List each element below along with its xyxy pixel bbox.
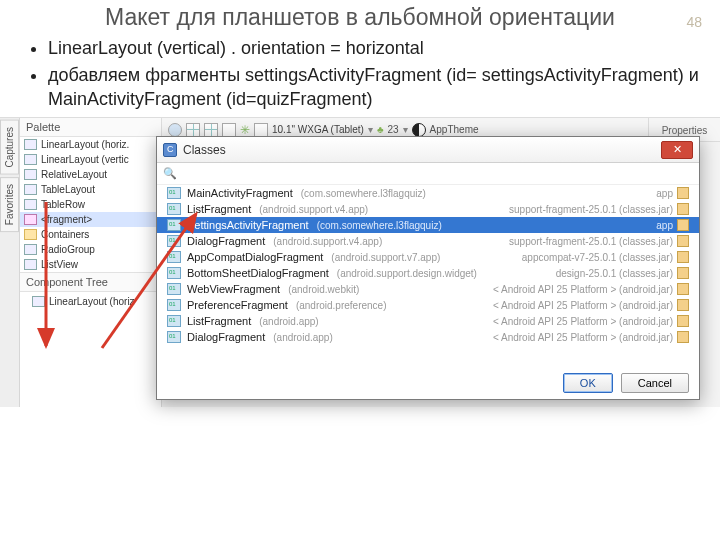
class-file-icon (167, 235, 181, 247)
layout-icon (32, 296, 45, 307)
class-icon (163, 143, 177, 157)
refresh-icon[interactable]: ✳ (240, 123, 250, 137)
theme-label: AppTheme (430, 124, 479, 135)
class-file-icon (167, 219, 181, 231)
class-name: ListFragment (187, 315, 251, 327)
palette-item-label: ListView (41, 259, 78, 270)
widget-icon (24, 169, 37, 180)
cancel-button[interactable]: Cancel (621, 373, 689, 393)
widget-icon (24, 184, 37, 195)
palette-item[interactable]: TableLayout (20, 182, 161, 197)
palette-list: LinearLayout (horiz.LinearLayout (vertic… (20, 137, 161, 272)
class-name: WebViewFragment (187, 283, 280, 295)
class-name: DialogFragment (187, 235, 265, 247)
widget-icon (24, 214, 37, 225)
dialog-search[interactable]: 🔍 (157, 163, 699, 185)
class-source: appcompat-v7-25.0.1 (classes.jar) (522, 251, 689, 263)
widget-icon (24, 244, 37, 255)
widget-icon (24, 139, 37, 150)
blueprint-icon[interactable] (204, 123, 218, 137)
folder-icon (24, 229, 37, 240)
widget-icon (24, 259, 37, 270)
vertical-tab-captures[interactable]: Captures (0, 120, 19, 175)
palette-item-label: LinearLayout (horiz. (41, 139, 129, 150)
class-package: (android.preference) (296, 300, 387, 311)
palette-item[interactable]: ListView (20, 257, 161, 272)
palette-item-label: Containers (41, 229, 89, 240)
palette-item[interactable]: TableRow (20, 197, 161, 212)
palette-item[interactable]: LinearLayout (horiz. (20, 137, 161, 152)
palette-item[interactable]: LinearLayout (vertic (20, 152, 161, 167)
jar-icon (677, 299, 689, 311)
class-source: < Android API 25 Platform > (android.jar… (493, 315, 689, 327)
class-list-item[interactable]: ListFragment(android.app)< Android API 2… (157, 313, 699, 329)
jar-icon (677, 187, 689, 199)
class-file-icon (167, 331, 181, 343)
search-icon: 🔍 (163, 167, 177, 180)
palette-item-label: TableRow (41, 199, 85, 210)
class-file-icon (167, 203, 181, 215)
device-icon[interactable] (254, 123, 268, 137)
slide-title: Макет для планшетов в альбомной ориентац… (12, 4, 708, 30)
component-tree-item-label: LinearLayout (horiz (49, 296, 135, 307)
class-list-item[interactable]: AppCompatDialogFragment(android.support.… (157, 249, 699, 265)
component-tree-item[interactable]: LinearLayout (horiz (20, 292, 161, 311)
class-source: app (656, 187, 689, 199)
jar-icon (677, 331, 689, 343)
android-icon: ♣ (377, 124, 384, 135)
palette-item-label: TableLayout (41, 184, 95, 195)
class-list-item[interactable]: PreferenceFragment(android.preference)< … (157, 297, 699, 313)
theme-selector[interactable]: AppTheme (412, 123, 479, 137)
class-source: support-fragment-25.0.1 (classes.jar) (509, 235, 689, 247)
palette-item[interactable]: Containers (20, 227, 161, 242)
close-button[interactable]: ✕ (661, 141, 693, 159)
jar-icon (677, 219, 689, 231)
class-name: DialogFragment (187, 331, 265, 343)
palette-item-label: <fragment> (41, 214, 92, 225)
jar-icon (677, 315, 689, 327)
slide-bullets: LinearLayout (vertical) . orientation = … (48, 36, 708, 111)
class-name: BottomSheetDialogFragment (187, 267, 329, 279)
palette-item[interactable]: <fragment> (20, 212, 161, 227)
class-list-item[interactable]: SettingsActivityFragment(com.somewhere.l… (157, 217, 699, 233)
palette-item[interactable]: RelativeLayout (20, 167, 161, 182)
palette-header: Palette (20, 118, 161, 137)
palette-item-label: LinearLayout (vertic (41, 154, 129, 165)
component-tree-header: Component Tree (20, 272, 161, 292)
widget-icon (24, 154, 37, 165)
class-name: MainActivityFragment (187, 187, 293, 199)
palette-item-label: RadioGroup (41, 244, 95, 255)
class-source: design-25.0.1 (classes.jar) (556, 267, 689, 279)
orientation-icon[interactable] (222, 123, 236, 137)
class-package: (android.support.v7.app) (331, 252, 440, 263)
jar-icon (677, 251, 689, 263)
class-list-item[interactable]: WebViewFragment(android.webkit)< Android… (157, 281, 699, 297)
jar-icon (677, 283, 689, 295)
class-source: < Android API 25 Platform > (android.jar… (493, 299, 689, 311)
class-list-item[interactable]: DialogFragment(android.support.v4.app)su… (157, 233, 699, 249)
ok-button[interactable]: OK (563, 373, 613, 393)
ide-screenshot: Captures Favorites Palette LinearLayout … (0, 117, 720, 407)
class-list-item[interactable]: DialogFragment(android.app)< Android API… (157, 329, 699, 345)
class-package: (android.support.v4.app) (273, 236, 382, 247)
bullet-item: LinearLayout (vertical) . orientation = … (48, 36, 708, 60)
class-name: AppCompatDialogFragment (187, 251, 323, 263)
grid-icon[interactable] (186, 123, 200, 137)
class-file-icon (167, 283, 181, 295)
vertical-tab-favorites[interactable]: Favorites (0, 177, 19, 232)
eye-icon[interactable] (168, 123, 182, 137)
device-selector[interactable]: 10.1" WXGA (Tablet) (272, 124, 364, 135)
class-file-icon (167, 267, 181, 279)
class-list-item[interactable]: BottomSheetDialogFragment(android.suppor… (157, 265, 699, 281)
dialog-titlebar: Classes ✕ (157, 137, 699, 163)
class-file-icon (167, 315, 181, 327)
palette-item[interactable]: RadioGroup (20, 242, 161, 257)
class-package: (android.support.design.widget) (337, 268, 477, 279)
jar-icon (677, 203, 689, 215)
class-list-item[interactable]: ListFragment(android.support.v4.app)supp… (157, 201, 699, 217)
jar-icon (677, 267, 689, 279)
class-list-item[interactable]: MainActivityFragment(com.somewhere.l3fla… (157, 185, 699, 201)
api-selector[interactable]: 23 (387, 124, 398, 135)
dialog-title: Classes (183, 143, 226, 157)
palette-panel: Palette LinearLayout (horiz.LinearLayout… (20, 118, 162, 407)
